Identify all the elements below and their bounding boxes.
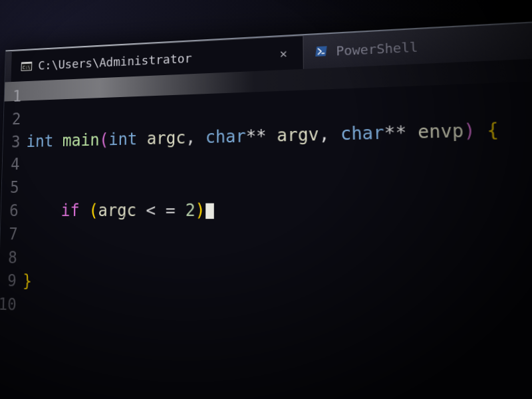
tab-powershell[interactable]: PowerShell xyxy=(303,29,431,69)
line-number: 7 xyxy=(0,223,18,246)
code-line-2: if (argc < = 2) xyxy=(25,196,532,224)
terminal-window: C:\ C:\Users\Administrator × PowerShell … xyxy=(0,17,532,399)
close-icon[interactable]: × xyxy=(275,45,292,63)
svg-text:C:\: C:\ xyxy=(23,65,31,70)
line-number: 10 xyxy=(0,293,16,317)
line-number: 2 xyxy=(3,108,21,131)
line-number: 6 xyxy=(1,200,19,223)
line-number: 8 xyxy=(0,246,17,270)
code-editor[interactable]: 1 2 3 4 5 6 7 8 9 10 int main(int argc, … xyxy=(0,55,532,366)
code-area[interactable]: int main(int argc, char** argv, char** e… xyxy=(21,60,532,366)
line-number: 5 xyxy=(1,176,19,200)
tab-title: C:\Users\Administrator xyxy=(38,51,192,72)
line-number: 4 xyxy=(2,154,20,177)
terminal-icon: C:\ xyxy=(21,61,33,71)
text-cursor xyxy=(205,203,214,219)
tab-title: PowerShell xyxy=(336,39,418,59)
line-number: 1 xyxy=(4,85,22,108)
code-line-3: } xyxy=(23,270,532,309)
line-number: 9 xyxy=(0,269,17,293)
powershell-icon xyxy=(315,45,329,57)
code-line-1: int main(int argc, char** argv, char** e… xyxy=(26,114,532,154)
line-number: 3 xyxy=(3,130,21,154)
